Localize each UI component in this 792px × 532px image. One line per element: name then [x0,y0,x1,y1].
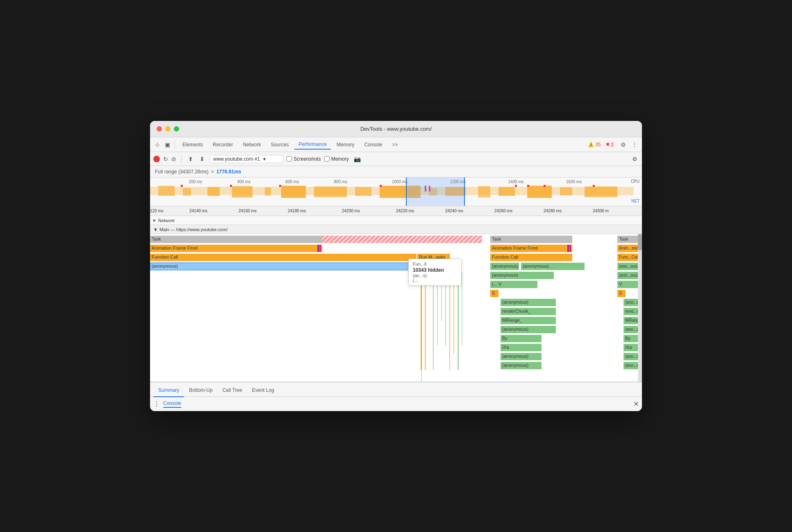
download-icon[interactable]: ⬇ [198,155,206,163]
tab-bottom-up[interactable]: Bottom-Up [184,384,217,397]
record-toolbar: ↻ ⊘ ⬆ ⬇ www.youtube.com #1 ▾ Screenshots… [150,152,642,166]
svg-text:fillRange_: fillRange_ [625,318,638,323]
tab-sources[interactable]: Sources [266,140,293,149]
time-24180: 24180 ms [288,209,306,213]
tab-elements[interactable]: Elements [178,140,207,149]
svg-text:(anonymous): (anonymous) [523,264,549,268]
screenshots-checkbox-label[interactable]: Screenshots [287,156,321,162]
title-bar: DevTools - www.youtube.com/ [150,121,642,137]
tab-call-tree[interactable]: Call Tree [218,384,247,397]
collapse-main-icon[interactable]: ▼ [153,227,158,232]
svg-rect-94 [457,272,459,370]
svg-text:(ano...ous): (ano...ous) [625,327,638,332]
flame-chart-svg[interactable]: Task Task Task Animation Frame Fired [150,234,638,382]
flame-chart-area[interactable]: Task Task Task Animation Frame Fired [150,234,642,382]
tab-summary[interactable]: Summary [153,384,184,397]
ruler: 200 ms 400 ms 600 ms 800 ms 1000 ms 1200… [150,177,634,186]
svg-text:By: By [625,336,630,341]
close-console-button[interactable]: ✕ [633,400,639,408]
warning-icon: ⚠️ [588,142,594,148]
tooltip-funcll: Fun...ll [413,261,457,267]
settings-icon[interactable]: ⚙ [630,155,639,163]
record-button[interactable] [153,156,160,162]
time-24160: 24160 ms [239,209,257,213]
svg-text:(ano...ous): (ano...ous) [619,273,638,277]
svg-rect-92 [449,272,450,370]
network-label: Network [158,218,175,223]
tab-memory[interactable]: Memory [332,140,358,149]
tab-performance[interactable]: Performance [294,140,331,150]
tab-network[interactable]: Network [239,140,265,149]
svg-text:(ano...ous): (ano...ous) [619,264,638,268]
gear-icon[interactable]: ⚙ [619,141,627,149]
svg-rect-87 [425,272,426,370]
svg-text:fillRange_: fillRange_ [502,318,523,323]
tab-recorder[interactable]: Recorder [209,140,237,149]
vertical-scrollbar[interactable] [638,234,642,382]
svg-text:(anonymous): (anonymous) [152,264,178,268]
selection-window[interactable] [406,177,465,206]
tab-event-log[interactable]: Event Log [247,384,279,397]
breadcrumb: Full range (34307.26ms) > 1776.91ms [150,166,642,177]
url-selector[interactable]: www.youtube.com #1 ▾ [209,155,283,163]
stop-button[interactable]: ⊘ [171,156,176,162]
svg-rect-88 [433,272,434,370]
warning-count: 35 [595,142,601,148]
svg-text:S: S [619,291,622,296]
memory-checkbox-label[interactable]: Memory [324,156,349,162]
expand-network-icon[interactable]: ▶ [153,218,156,222]
network-section[interactable]: ▶ Network [150,216,642,225]
svg-text:IXa: IXa [625,345,632,350]
svg-text:renderChunk_: renderChunk_ [502,309,531,314]
svg-rect-16 [585,186,617,197]
camera-icon[interactable]: 📷 [354,156,361,162]
svg-rect-6 [281,186,306,198]
separator-2 [181,155,182,163]
tab-console[interactable]: Console [360,140,386,149]
main-section-label: Main — https://www.youtube.com/ [159,227,228,232]
svg-rect-64 [150,263,410,270]
svg-rect-39 [322,236,482,243]
scrollbar-thumb[interactable] [638,234,642,250]
svg-rect-2 [183,188,191,196]
timeline-overview[interactable]: CPU NET 200 ms 400 ms 600 ms 800 ms 1000… [150,177,642,206]
close-button[interactable] [157,126,162,132]
svg-text:(ano...ous): (ano...ous) [625,300,638,305]
cursor-icon[interactable]: ⊹ [153,141,162,149]
time-120: 120 ms [150,209,164,213]
main-toolbar: ⊹ ▣ Elements Recorder Network Sources Pe… [150,137,642,152]
main-section-header[interactable]: ▼ Main — https://www.youtube.com/ [150,225,642,234]
devtools-window: DevTools - www.youtube.com/ ⊹ ▣ Elements… [150,121,642,411]
dots-menu-icon[interactable]: ⋮ [153,400,160,408]
svg-rect-12 [478,186,490,198]
tab-more[interactable]: >> [388,140,402,149]
svg-rect-8 [355,187,371,196]
console-label[interactable]: Console [163,400,181,408]
url-text: www.youtube.com #1 [213,156,260,162]
svg-rect-95 [462,272,462,346]
svg-text:(anonymous): (anonymous) [502,354,528,359]
svg-rect-4 [232,186,253,198]
more-options-icon[interactable]: ⋮ [630,141,639,149]
bottom-tabs: Summary Bottom-Up Call Tree Event Log [150,382,642,396]
svg-text:Function Call: Function Call [492,255,518,259]
screenshots-checkbox[interactable] [287,156,292,161]
selected-range-label: 1776.91ms [216,169,241,175]
svg-text:Anim...ired: Anim...ired [619,246,638,250]
full-range-label[interactable]: Full range (34307.26ms) [155,169,209,175]
mark-200: 200 ms [189,180,202,184]
upload-icon[interactable]: ⬆ [187,155,195,163]
svg-rect-53 [569,245,571,252]
svg-rect-56 [150,254,416,261]
reload-button[interactable]: ↻ [163,156,168,162]
svg-text:V: V [619,282,622,286]
inspector-icon[interactable]: ▣ [163,141,171,149]
svg-rect-37 [150,236,322,243]
error-badge: ✖ 2 [604,141,616,148]
minimize-button[interactable] [165,126,171,132]
window-title: DevTools - www.youtube.com/ [360,126,432,132]
tooltip-anon: (... [413,278,457,283]
svg-rect-52 [567,245,569,252]
memory-checkbox[interactable] [324,156,330,161]
maximize-button[interactable] [174,126,179,132]
